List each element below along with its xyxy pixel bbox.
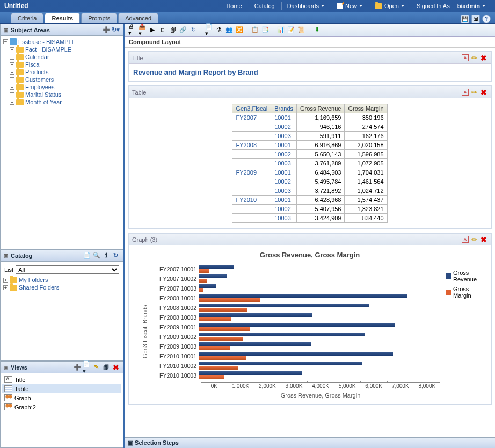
catalog-info-icon[interactable]: ℹ bbox=[102, 251, 110, 259]
expander-icon[interactable]: + bbox=[10, 55, 14, 60]
view-edit-icon[interactable]: ✎ bbox=[469, 234, 480, 245]
tree-root[interactable]: −Essbase - BISAMPLE bbox=[2, 38, 121, 46]
table-cell[interactable]: 10002 bbox=[271, 150, 297, 159]
copy-icon[interactable]: 🗐 bbox=[169, 26, 177, 34]
table-cell[interactable]: 10001 bbox=[271, 113, 297, 122]
bar-revenue[interactable] bbox=[199, 284, 216, 288]
group-icon[interactable]: 👥 bbox=[225, 26, 234, 34]
table-cell[interactable]: 10001 bbox=[271, 141, 297, 150]
bar-margin[interactable] bbox=[199, 346, 230, 350]
views-item-table[interactable]: Table bbox=[2, 384, 121, 393]
bar-revenue[interactable] bbox=[199, 371, 302, 375]
table-cell[interactable]: 10002 bbox=[271, 205, 297, 214]
column-icon[interactable]: 📊 bbox=[276, 26, 285, 34]
tree-item[interactable]: +Employees bbox=[2, 83, 121, 91]
catalog-new-icon[interactable]: 📄 bbox=[83, 251, 91, 259]
expander-icon[interactable]: + bbox=[3, 285, 8, 290]
catalog-folder[interactable]: +My Folders bbox=[2, 276, 121, 284]
bar-margin[interactable] bbox=[199, 279, 207, 283]
tree-item[interactable]: +Products bbox=[2, 68, 121, 76]
bar-margin[interactable] bbox=[199, 308, 247, 312]
table-cell[interactable]: FY2010 bbox=[232, 196, 271, 205]
views-new-icon[interactable]: 📄▾ bbox=[83, 363, 91, 371]
view-format-icon[interactable]: A bbox=[461, 88, 469, 96]
add-subject-area-icon[interactable]: ➕ bbox=[102, 26, 110, 34]
bar-margin[interactable] bbox=[199, 269, 209, 273]
link-icon[interactable]: 🔗 bbox=[179, 26, 187, 34]
bar-revenue[interactable] bbox=[199, 362, 362, 365]
views-delete-icon[interactable]: ✖ bbox=[112, 363, 120, 371]
table-cell[interactable]: FY2009 bbox=[232, 168, 271, 177]
tab-results[interactable]: Results bbox=[45, 13, 80, 23]
bar-margin[interactable] bbox=[199, 356, 246, 360]
bar-revenue[interactable] bbox=[199, 304, 369, 307]
run-icon[interactable]: ▶ bbox=[148, 26, 157, 34]
expander-icon[interactable]: + bbox=[10, 70, 14, 75]
bar-margin[interactable] bbox=[199, 298, 260, 302]
bar-margin[interactable] bbox=[199, 375, 224, 379]
tab-advanced[interactable]: Advanced bbox=[118, 13, 158, 23]
copy2-icon[interactable]: 📑 bbox=[261, 26, 270, 34]
table-cell[interactable]: FY2008 bbox=[232, 141, 271, 150]
schedule-icon[interactable]: 🗓 bbox=[158, 26, 167, 34]
table-cell[interactable]: 10003 bbox=[271, 159, 297, 168]
view-format-icon[interactable]: A bbox=[461, 54, 469, 62]
table-cell[interactable]: 10003 bbox=[271, 186, 297, 196]
expand-icon[interactable]: ▣ bbox=[128, 439, 133, 446]
expander-icon[interactable]: + bbox=[10, 92, 14, 97]
table-header[interactable]: Gross Margin bbox=[345, 104, 387, 113]
tab-criteria[interactable]: Criteria bbox=[11, 13, 43, 23]
signed-in-as[interactable]: Signed In As biadmin bbox=[411, 2, 491, 10]
sort-icon[interactable]: 🔀 bbox=[235, 26, 244, 34]
table-cell[interactable]: 10001 bbox=[271, 196, 297, 205]
view-delete-icon[interactable]: ✖ bbox=[479, 88, 487, 96]
bar-margin[interactable] bbox=[199, 317, 231, 321]
view-edit-icon[interactable]: ✎ bbox=[469, 52, 480, 63]
save-button[interactable]: 💾 bbox=[461, 15, 469, 23]
table-cell[interactable]: FY2007 bbox=[232, 113, 271, 122]
views-item-title[interactable]: Title bbox=[2, 375, 121, 384]
collapse-icon[interactable]: ▣ bbox=[4, 365, 9, 370]
expander-icon[interactable]: + bbox=[10, 47, 14, 52]
bar-revenue[interactable] bbox=[199, 313, 312, 317]
menu-home[interactable]: Home bbox=[221, 2, 247, 10]
table-cell[interactable]: 10002 bbox=[271, 122, 297, 132]
views-item-graph[interactable]: Graph bbox=[2, 393, 121, 402]
catalog-refresh-icon[interactable]: ↻ bbox=[112, 251, 120, 259]
bar-revenue[interactable] bbox=[199, 323, 395, 327]
download-icon[interactable]: ⬇ bbox=[312, 26, 321, 34]
views-edit-icon[interactable]: ✎ bbox=[92, 363, 100, 371]
refresh-icon[interactable]: ↻▾ bbox=[112, 26, 120, 34]
refresh2-icon[interactable]: ↻ bbox=[189, 26, 198, 34]
print-icon[interactable]: 🖨▾ bbox=[128, 26, 136, 34]
menu-open[interactable]: Open bbox=[369, 2, 410, 10]
expander-icon[interactable]: − bbox=[3, 39, 8, 44]
export-icon[interactable]: 📤▾ bbox=[138, 26, 147, 34]
bar-margin[interactable] bbox=[199, 337, 243, 341]
collapse-icon[interactable]: ▣ bbox=[4, 253, 9, 258]
views-add-icon[interactable]: ➕ bbox=[73, 363, 81, 371]
help-button[interactable]: ? bbox=[482, 15, 491, 23]
expander-icon[interactable]: + bbox=[3, 278, 8, 283]
xml-icon[interactable]: 📋 bbox=[251, 26, 259, 34]
view-delete-icon[interactable]: ✖ bbox=[479, 54, 487, 62]
table-header[interactable]: Brands bbox=[271, 104, 297, 113]
tree-item[interactable]: +Fiscal bbox=[2, 61, 121, 68]
tree-item[interactable]: +Fact - BISAMPLE bbox=[2, 46, 121, 53]
tree-item[interactable]: +Customers bbox=[2, 76, 121, 83]
selection-steps-header[interactable]: ▣ Selection Steps bbox=[125, 437, 495, 448]
menu-dashboards[interactable]: Dashboards bbox=[281, 2, 330, 10]
props-icon[interactable]: 📝 bbox=[287, 26, 295, 34]
table-header[interactable]: Gross Revenue bbox=[297, 104, 345, 113]
expander-icon[interactable]: + bbox=[10, 62, 14, 67]
bar-margin[interactable] bbox=[199, 327, 250, 331]
menu-catalog[interactable]: Catalog bbox=[249, 2, 280, 10]
table-header[interactable]: Gen3,Fiscal bbox=[232, 104, 271, 113]
bar-revenue[interactable] bbox=[199, 265, 234, 269]
table-cell[interactable]: 10003 bbox=[271, 132, 297, 141]
catalog-search-icon[interactable]: 🔍 bbox=[92, 251, 100, 259]
table-cell[interactable]: 10003 bbox=[271, 214, 297, 223]
tree-item[interactable]: +Calendar bbox=[2, 53, 121, 61]
bar-revenue[interactable] bbox=[199, 294, 407, 298]
bar-margin[interactable] bbox=[199, 366, 238, 370]
